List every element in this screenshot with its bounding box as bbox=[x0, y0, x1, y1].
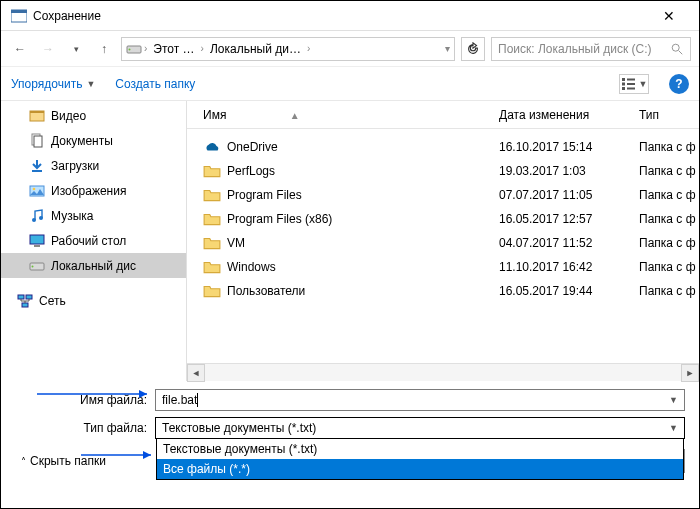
crumb-localdisk[interactable]: Локальный ди… bbox=[206, 42, 305, 56]
up-button[interactable]: ↑ bbox=[93, 38, 115, 60]
file-list-pane: Имя ▲ Дата изменения Тип OneDrive16.10.2… bbox=[187, 101, 699, 381]
search-icon bbox=[670, 42, 684, 56]
svg-rect-24 bbox=[18, 295, 24, 299]
file-row[interactable]: Program Files (x86)16.05.2017 12:57Папка… bbox=[203, 207, 699, 231]
file-name: OneDrive bbox=[227, 140, 499, 154]
svg-line-5 bbox=[679, 50, 683, 54]
svg-rect-8 bbox=[622, 87, 625, 90]
file-date: 19.03.2017 1:03 bbox=[499, 164, 639, 178]
breadcrumb[interactable]: › Этот … › Локальный ди… › ▾ bbox=[121, 37, 455, 61]
filetype-option-txt[interactable]: Текстовые документы (*.txt) bbox=[157, 439, 683, 459]
svg-rect-25 bbox=[26, 295, 32, 299]
file-row[interactable]: Program Files07.07.2017 11:05Папка с ф bbox=[203, 183, 699, 207]
file-row[interactable]: Пользователи16.05.2017 19:44Папка с ф bbox=[203, 279, 699, 303]
chevron-down-icon[interactable]: ▼ bbox=[669, 395, 678, 405]
svg-point-4 bbox=[672, 44, 679, 51]
search-input[interactable]: Поиск: Локальный диск (C:) bbox=[491, 37, 691, 61]
filetype-label: Тип файла: bbox=[15, 421, 155, 435]
file-date: 11.10.2017 16:42 bbox=[499, 260, 639, 274]
crumb-this-pc[interactable]: Этот … bbox=[149, 42, 198, 56]
organize-button[interactable]: Упорядочить ▼ bbox=[11, 77, 95, 91]
refresh-icon bbox=[466, 42, 480, 56]
svg-rect-20 bbox=[30, 235, 44, 244]
sidebar-item-localdisk[interactable]: Локальный дис bbox=[1, 253, 186, 278]
filename-value: file.bat bbox=[162, 393, 669, 408]
close-button[interactable]: ✕ bbox=[649, 8, 689, 24]
svg-rect-9 bbox=[627, 78, 635, 80]
file-row[interactable]: OneDrive16.10.2017 15:14Папка с ф bbox=[203, 135, 699, 159]
desktop-icon bbox=[29, 233, 45, 249]
column-header-type[interactable]: Тип bbox=[639, 108, 699, 122]
recent-locations-button[interactable]: ▾ bbox=[65, 38, 87, 60]
scroll-left-button[interactable]: ◄ bbox=[187, 364, 205, 382]
folder-icon bbox=[203, 282, 221, 300]
file-row[interactable]: PerfLogs19.03.2017 1:03Папка с ф bbox=[203, 159, 699, 183]
chevron-down-icon[interactable]: ▼ bbox=[669, 423, 678, 433]
file-name: Program Files (x86) bbox=[227, 212, 499, 226]
sidebar-item-video[interactable]: Видео bbox=[1, 103, 186, 128]
help-button[interactable]: ? bbox=[669, 74, 689, 94]
filetype-select[interactable]: Текстовые документы (*.txt) ▼ Текстовые … bbox=[155, 417, 685, 439]
sidebar-item-music[interactable]: Музыка bbox=[1, 203, 186, 228]
folder-icon bbox=[203, 162, 221, 180]
svg-point-18 bbox=[32, 218, 36, 222]
chevron-right-icon: › bbox=[307, 43, 310, 54]
back-button[interactable]: ← bbox=[9, 38, 31, 60]
file-name: VM bbox=[227, 236, 499, 250]
file-date: 16.10.2017 15:14 bbox=[499, 140, 639, 154]
horizontal-scrollbar[interactable]: ◄ ► bbox=[187, 363, 699, 381]
chevron-down-icon: ▼ bbox=[86, 79, 95, 89]
filetype-dropdown: Текстовые документы (*.txt) Все файлы (*… bbox=[156, 438, 684, 480]
window-title: Сохранение bbox=[33, 9, 649, 23]
refresh-button[interactable] bbox=[461, 37, 485, 61]
column-headers: Имя ▲ Дата изменения Тип bbox=[187, 101, 699, 129]
column-header-name[interactable]: Имя ▲ bbox=[203, 108, 499, 122]
downloads-icon bbox=[29, 158, 45, 174]
scroll-right-button[interactable]: ► bbox=[681, 364, 699, 382]
svg-rect-10 bbox=[627, 83, 635, 85]
svg-point-19 bbox=[39, 216, 43, 220]
svg-rect-6 bbox=[622, 78, 625, 81]
documents-icon bbox=[29, 133, 45, 149]
filetype-option-all[interactable]: Все файлы (*.*) bbox=[157, 459, 683, 479]
file-date: 16.05.2017 19:44 bbox=[499, 284, 639, 298]
sidebar-item-network[interactable]: Сеть bbox=[1, 288, 186, 313]
onedrive-icon bbox=[203, 138, 221, 156]
filename-label: Имя файла: bbox=[15, 393, 155, 407]
nav-bar: ← → ▾ ↑ › Этот … › Локальный ди… › ▾ Пои… bbox=[1, 31, 699, 67]
title-bar: Сохранение ✕ bbox=[1, 1, 699, 31]
chevron-down-icon[interactable]: ▾ bbox=[445, 43, 450, 54]
svg-point-3 bbox=[129, 48, 131, 50]
file-type: Папка с ф bbox=[639, 236, 699, 250]
chevron-down-icon: ▼ bbox=[639, 79, 648, 89]
new-folder-button[interactable]: Создать папку bbox=[115, 77, 195, 91]
dialog-bottom: Имя файла: file.bat ▼ Тип файла: Текстов… bbox=[1, 381, 699, 479]
filename-input[interactable]: file.bat ▼ bbox=[155, 389, 685, 411]
file-type: Папка с ф bbox=[639, 188, 699, 202]
folder-icon bbox=[203, 258, 221, 276]
file-row[interactable]: Windows11.10.2017 16:42Папка с ф bbox=[203, 255, 699, 279]
drive-icon bbox=[126, 41, 142, 57]
svg-rect-7 bbox=[622, 82, 625, 85]
forward-button[interactable]: → bbox=[37, 38, 59, 60]
column-header-date[interactable]: Дата изменения bbox=[499, 108, 639, 122]
folder-icon bbox=[203, 186, 221, 204]
file-type: Папка с ф bbox=[639, 284, 699, 298]
pictures-icon bbox=[29, 183, 45, 199]
sidebar-item-desktop[interactable]: Рабочий стол bbox=[1, 228, 186, 253]
toolbar: Упорядочить ▼ Создать папку ▼ ? bbox=[1, 67, 699, 101]
hide-folders-toggle[interactable]: ˄ Скрыть папки bbox=[21, 454, 106, 468]
sidebar-item-pictures[interactable]: Изображения bbox=[1, 178, 186, 203]
file-type: Папка с ф bbox=[639, 164, 699, 178]
file-row[interactable]: VM04.07.2017 11:52Папка с ф bbox=[203, 231, 699, 255]
svg-rect-15 bbox=[34, 136, 42, 147]
file-date: 04.07.2017 11:52 bbox=[499, 236, 639, 250]
file-name: Пользователи bbox=[227, 284, 499, 298]
svg-rect-13 bbox=[30, 111, 44, 113]
app-icon bbox=[11, 8, 27, 24]
view-selector[interactable]: ▼ bbox=[619, 74, 649, 94]
sidebar-item-downloads[interactable]: Загрузки bbox=[1, 153, 186, 178]
sidebar-item-documents[interactable]: Документы bbox=[1, 128, 186, 153]
search-placeholder: Поиск: Локальный диск (C:) bbox=[498, 42, 670, 56]
sidebar: Видео Документы Загрузки Изображения Муз… bbox=[1, 101, 187, 381]
